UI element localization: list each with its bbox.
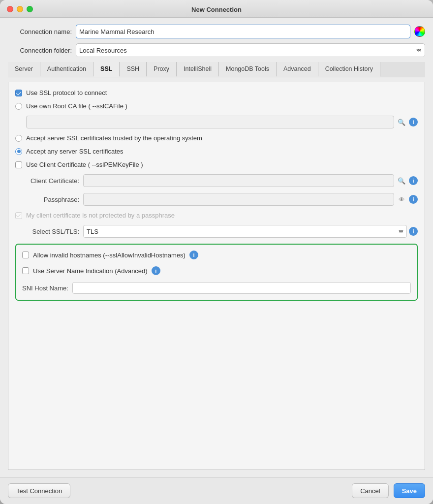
connection-name-label: Connection name: [8,28,72,35]
color-wheel-icon[interactable] [414,26,425,37]
passphrase-input-wrap: 👁 i [83,193,418,206]
connection-name-input[interactable] [76,25,410,38]
tab-mongodb-tools[interactable]: MongoDB Tools [219,62,277,77]
use-sni-info-icon[interactable]: i [152,266,160,275]
tls-select[interactable]: TLS [83,225,407,238]
use-ssl-label: Use SSL protocol to connect [26,89,107,96]
allow-invalid-checkbox[interactable] [22,252,29,258]
use-client-cert-label: Use Client Certificate ( --sslPEMKeyFile… [26,161,143,168]
connection-folder-select[interactable]: Local Resources [76,43,425,57]
connection-name-row: Connection name: [8,25,425,38]
accept-trusted-row: Accept server SSL certificates trusted b… [15,134,418,142]
allow-invalid-label: Allow invalid hostnames (--sslAllowInval… [33,252,186,259]
passphrase-info-icon[interactable]: i [409,195,418,204]
passphrase-input[interactable] [83,193,394,206]
select-tls-label: Select SSL/TLS: [15,228,79,235]
not-protected-checkbox[interactable] [15,212,22,219]
save-button[interactable]: Save [394,483,425,498]
cancel-button[interactable]: Cancel [352,483,388,498]
allow-invalid-info-icon[interactable]: i [189,251,198,259]
tab-authentication[interactable]: Authentication [40,62,93,77]
footer: Test Connection Cancel Save [0,477,433,504]
ca-file-row: 🔍 i [15,116,418,128]
client-cert-input[interactable] [83,174,394,187]
use-sni-label: Use Server Name Indication (Advanced) [33,267,148,275]
select-tls-row: Select SSL/TLS: TLS i [15,225,418,238]
title-bar: New Connection [0,0,433,18]
app-window: New Connection Connection name: Connecti… [0,0,433,504]
sni-host-row: SNI Host Name: [22,282,411,294]
use-ssl-checkbox[interactable] [15,90,22,96]
ssl-tab-content: Use SSL protocol to connect Use own Root… [8,82,425,470]
window-title: New Connection [191,6,242,13]
footer-right-buttons: Cancel Save [352,483,425,498]
passphrase-row: Passphrase: 👁 i [15,193,418,206]
use-sni-row: Use Server Name Indication (Advanced) i [22,266,411,275]
tab-ssl[interactable]: SSL [93,62,120,77]
sni-host-label: SNI Host Name: [22,284,68,292]
test-connection-button[interactable]: Test Connection [8,483,70,498]
accept-trusted-radio[interactable] [15,135,22,142]
tab-intellishell[interactable]: IntelliShell [177,62,219,77]
accept-any-label: Accept any server SSL certificates [26,148,124,155]
client-cert-row: Client Certificate: 🔍 i [15,174,418,187]
use-own-ca-label: Use own Root CA file ( --sslCAFile ) [26,102,127,110]
allow-invalid-row: Allow invalid hostnames (--sslAllowInval… [22,251,411,259]
connection-folder-row: Connection folder: Local Resources [8,43,425,57]
connection-folder-label: Connection folder: [8,47,72,54]
use-client-cert-checkbox[interactable] [15,161,22,168]
tab-bar: Server Authentication SSL SSH Proxy Inte… [8,62,425,77]
main-content: Connection name: Connection folder: Loca… [0,18,433,477]
sni-host-input[interactable] [72,282,411,294]
maximize-button[interactable] [27,6,33,12]
minimize-button[interactable] [17,6,23,12]
client-cert-info-icon[interactable]: i [409,176,418,185]
accept-any-row: Accept any server SSL certificates [15,148,418,155]
ca-file-input[interactable] [26,116,394,128]
close-button[interactable] [7,6,13,12]
not-protected-row: My client certificate is not protected b… [15,212,418,219]
use-own-ca-radio[interactable] [15,103,22,110]
tab-ssh[interactable]: SSH [120,62,147,77]
ca-file-info-icon[interactable]: i [409,118,418,126]
not-protected-label: My client certificate is not protected b… [26,212,175,219]
accept-trusted-label: Accept server SSL certificates trusted b… [26,134,202,142]
use-own-ca-row: Use own Root CA file ( --sslCAFile ) [15,102,418,110]
traffic-lights [7,6,33,12]
accept-any-radio[interactable] [15,148,22,155]
use-client-cert-row: Use Client Certificate ( --sslPEMKeyFile… [15,161,418,168]
client-cert-browse-icon[interactable]: 🔍 [396,175,407,186]
client-cert-label: Client Certificate: [15,177,79,185]
use-ssl-row: Use SSL protocol to connect [15,89,418,96]
tab-proxy[interactable]: Proxy [147,62,177,77]
tls-info-icon[interactable]: i [409,227,418,236]
passphrase-label: Passphrase: [15,196,79,203]
tab-advanced[interactable]: Advanced [277,62,318,77]
highlighted-section: Allow invalid hostnames (--sslAllowInval… [15,244,418,301]
passphrase-show-icon[interactable]: 👁 [396,194,407,205]
ca-file-browse-icon[interactable]: 🔍 [396,117,407,127]
tab-collection-history[interactable]: Collection History [318,62,380,77]
tab-server[interactable]: Server [8,62,40,77]
use-sni-checkbox[interactable] [22,267,29,274]
client-cert-input-wrap: 🔍 i [83,174,418,187]
tls-select-wrap: TLS i [83,225,418,238]
